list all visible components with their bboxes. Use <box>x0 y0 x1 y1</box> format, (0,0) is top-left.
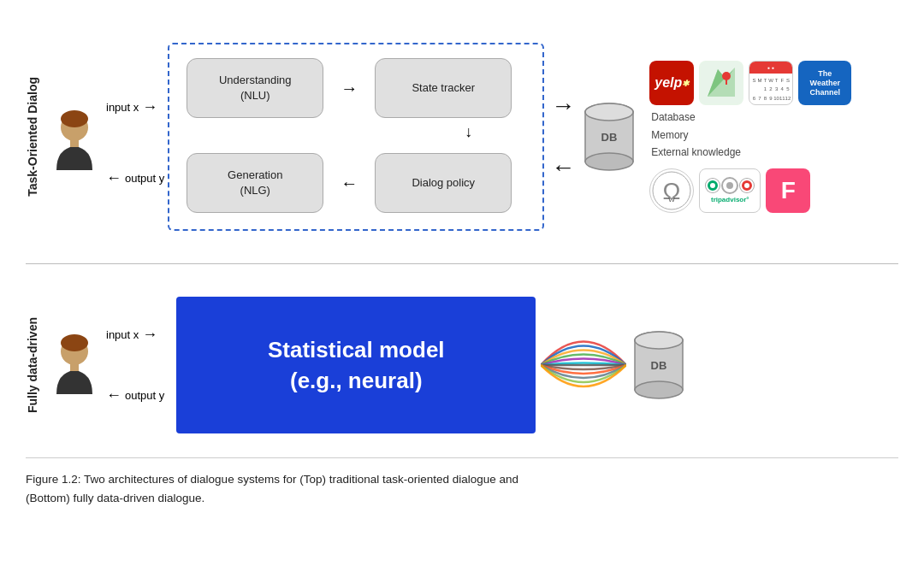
svg-rect-18 <box>70 363 79 371</box>
avatar-top <box>48 110 101 172</box>
top-output-label: output y <box>125 172 164 185</box>
top-to-db-arrow1: → <box>551 92 575 120</box>
top-input-label: input x <box>106 101 139 114</box>
db-info-line2: Memory <box>651 127 851 144</box>
top-side-label: Task-Oriented Dialog <box>26 77 39 197</box>
top-section: Task-Oriented Dialog input x → ← <box>26 17 898 256</box>
wikipedia-icon: Ω W <box>649 168 694 213</box>
statistical-model-box: Statistical model (e.g., neural) <box>176 297 536 433</box>
svg-point-21 <box>635 381 683 398</box>
bottom-input-label: input x <box>106 328 139 341</box>
state-tracker-box: State tracker <box>375 58 512 118</box>
bottom-db-cylinder: DB <box>631 327 687 404</box>
avatar-bottom <box>48 334 101 396</box>
dashed-flow-box: Understanding (NLU) → State tracker ↓ Ge… <box>168 43 544 231</box>
state-to-policy-arrow: ↓ <box>465 123 472 141</box>
svg-text:DB: DB <box>601 131 618 144</box>
tripadvisor-icon: tripadvisor° <box>699 168 761 213</box>
policy-to-nlg-arrow: ← <box>341 174 358 193</box>
svg-point-5 <box>585 153 633 170</box>
top-db-cylinder: DB <box>582 98 637 175</box>
bottom-section: Fully data-driven input x → ← output y S… <box>26 280 898 451</box>
section-divider <box>26 263 898 264</box>
db-to-bottom-arrow: ← <box>551 154 575 181</box>
nlu-to-state-arrow: → <box>341 79 358 98</box>
caption-line2: (Bottom) fully data-driven dialogue. <box>26 489 898 508</box>
svg-point-1 <box>61 110 88 127</box>
bottom-output-label: output y <box>125 389 164 402</box>
svg-point-6 <box>585 103 633 121</box>
tripadvisor-label: tripadvisor° <box>711 196 749 203</box>
bottom-output-arrow: ← <box>106 386 121 404</box>
svg-rect-2 <box>70 139 79 147</box>
svg-text:DB: DB <box>651 359 667 372</box>
figure-caption: Figure 1.2: Two architectures of dialogu… <box>26 470 898 507</box>
svg-point-17 <box>61 334 88 351</box>
svg-point-22 <box>635 332 683 349</box>
main-container: Task-Oriented Dialog input x → ← <box>0 0 924 566</box>
db-info-line3: External knowledge <box>651 144 851 161</box>
caption-line1: Figure 1.2: Two architectures of dialogu… <box>26 470 898 489</box>
foursquare-icon: F <box>766 168 810 213</box>
dialog-policy-box: Dialog policy <box>375 153 512 213</box>
weather-channel-icon: The Weather Channel <box>798 61 851 105</box>
calendar-icon: ▪ ▪ SMTWTFS 12345 6789101112 <box>749 61 793 105</box>
svg-text:W: W <box>668 195 675 203</box>
wire-connector <box>541 310 626 421</box>
db-info-line1: Database <box>651 109 851 126</box>
bottom-side-label: Fully data-driven <box>26 317 39 413</box>
maps-icon <box>699 61 743 105</box>
top-input-arrow: → <box>142 98 157 116</box>
nlu-box: Understanding (NLU) <box>187 58 323 118</box>
nlg-box: Generation (NLG) <box>187 153 323 213</box>
bottom-input-arrow: → <box>142 326 157 344</box>
top-output-arrow: ← <box>106 169 121 187</box>
caption-divider <box>26 457 898 458</box>
yelp-icon: yelp✱ <box>649 61 694 105</box>
